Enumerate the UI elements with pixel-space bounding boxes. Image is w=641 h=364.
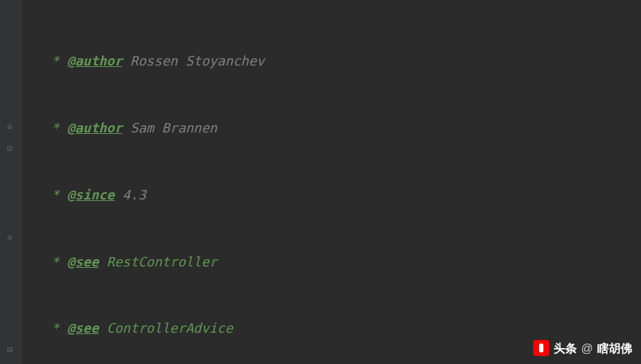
fold-marker-open-icon[interactable]: ⊟	[7, 342, 15, 349]
watermark: 头条 @瞎胡佛	[533, 339, 632, 358]
fold-marker-close-icon[interactable]: ⊖	[7, 119, 15, 127]
code-area[interactable]: * @author Rossen Stoyanchev * @author Sa…	[22, 0, 344, 364]
code-line: * @see RestController	[28, 251, 344, 274]
watermark-at: @	[581, 339, 593, 358]
code-line: * @author Rossen Stoyanchev	[28, 50, 344, 73]
fold-marker-open-icon[interactable]: ⊟	[7, 141, 15, 149]
watermark-username: 瞎胡佛	[597, 339, 632, 358]
code-line: * @since 4.3	[28, 184, 344, 207]
editor-gutter: ⊖ ⊟ ⊖ ⊟	[0, 0, 22, 364]
code-editor[interactable]: ⊖ ⊟ ⊖ ⊟ * @author Rossen Stoyanchev * @a…	[0, 0, 641, 364]
fold-marker-icon[interactable]: ⊖	[7, 230, 15, 237]
code-line: * @author Sam Brannen	[28, 117, 344, 140]
code-line: * @see ControllerAdvice	[28, 317, 344, 340]
watermark-prefix: 头条	[554, 339, 577, 358]
toutiao-logo-icon	[533, 340, 549, 356]
